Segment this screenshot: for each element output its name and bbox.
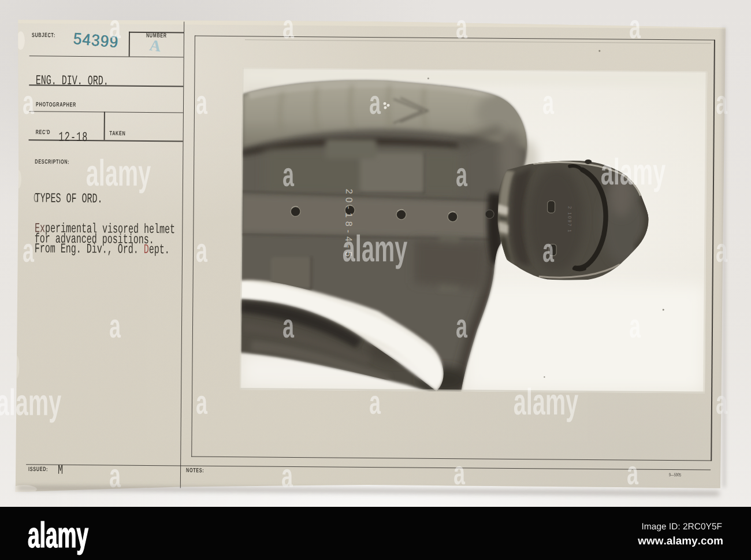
- svg-text:2 1097 1: 2 1097 1: [567, 206, 572, 233]
- svg-text:20-18-4-5: 20-18-4-5: [343, 188, 354, 260]
